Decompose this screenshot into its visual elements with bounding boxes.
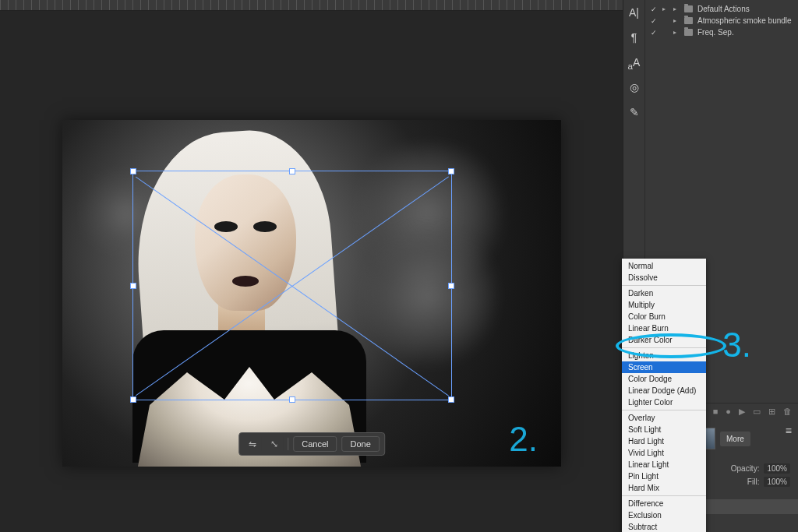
blend-mode-option[interactable]: Difference [622, 498, 706, 509]
play-icon[interactable]: ▶ [739, 407, 745, 417]
stop-icon[interactable]: ■ [713, 407, 719, 417]
record-icon[interactable]: ● [726, 407, 731, 417]
new-folder-icon[interactable]: ▭ [753, 407, 761, 417]
blend-mode-option[interactable]: Subtract [622, 521, 706, 532]
blend-mode-option[interactable]: Screen [622, 361, 706, 373]
blend-mode-option[interactable]: Linear Dodge (Add) [622, 385, 706, 396]
action-set-row[interactable]: ✓ ▸ Freq. Sep. [650, 26, 793, 38]
more-button[interactable]: More [720, 432, 750, 446]
trash-icon[interactable]: 🗑 [783, 407, 792, 417]
action-set-label: Atmospheric smoke bundle [697, 16, 792, 25]
canvas-area: 2. ⇋ ⤡ Cancel Done [0, 11, 623, 532]
flip-horizontal-icon[interactable]: ⇋ [244, 437, 261, 451]
type-panel-icon[interactable]: A| [627, 6, 641, 20]
blend-mode-option[interactable]: Hard Mix [622, 482, 706, 494]
expand-icon[interactable]: ▸ [673, 29, 680, 36]
blend-mode-option[interactable]: Color Dodge [622, 373, 706, 385]
blend-mode-option[interactable]: Lighten [622, 350, 706, 361]
blend-mode-option[interactable]: Exclusion [622, 509, 706, 521]
check-icon: ✓ [650, 29, 658, 37]
done-button[interactable]: Done [341, 436, 379, 452]
ruler-horizontal [0, 0, 623, 11]
action-set-label: Freq. Sep. [697, 28, 734, 37]
blend-mode-option[interactable]: Soft Light [622, 424, 706, 435]
document[interactable]: 2. ⇋ ⤡ Cancel Done [62, 120, 561, 467]
blend-mode-option[interactable]: Linear Burn [622, 322, 706, 334]
expand-icon[interactable]: ▸ [673, 5, 680, 12]
glyphs-panel-icon[interactable]: aA [627, 56, 641, 70]
blend-mode-option[interactable]: Vivid Light [622, 447, 706, 459]
action-set-row[interactable]: ✓ ▸ ▸ Default Actions [650, 3, 793, 15]
folder-icon [684, 5, 693, 12]
blend-mode-option[interactable]: Lighter Color [622, 396, 706, 408]
folder-icon [684, 17, 693, 24]
cancel-button[interactable]: Cancel [293, 436, 337, 452]
paragraph-panel-icon[interactable]: ¶ [627, 31, 641, 45]
blend-mode-option[interactable]: Overlay [622, 412, 706, 424]
blend-mode-option[interactable]: Darken [622, 287, 706, 299]
blend-mode-option[interactable]: Dissolve [622, 272, 706, 284]
cc-libraries-icon[interactable]: ◎ [627, 81, 641, 95]
blend-mode-dropdown[interactable]: NormalDissolveDarkenMultiplyColor BurnLi… [622, 259, 706, 532]
blend-mode-option[interactable]: Multiply [622, 299, 706, 311]
folder-icon [684, 29, 693, 36]
fill-label: Fill: [747, 477, 760, 486]
check-icon: ✓ [650, 17, 658, 25]
opacity-value[interactable]: 100% [764, 463, 790, 474]
expand-icon[interactable]: ▸ [673, 17, 680, 24]
transform-confirm-bar: ⇋ ⤡ Cancel Done [238, 432, 385, 456]
brush-panel-icon[interactable]: ✎ [627, 106, 641, 120]
blend-mode-option[interactable]: Normal [622, 260, 706, 272]
action-set-row[interactable]: ✓ ▸ Atmospheric smoke bundle [650, 15, 793, 26]
panel-menu-icon[interactable]: ≡ [786, 425, 792, 437]
opacity-label: Opacity: [731, 464, 760, 473]
blend-mode-option[interactable]: Linear Light [622, 459, 706, 470]
blend-mode-option[interactable]: Hard Light [622, 435, 706, 447]
action-set-label: Default Actions [697, 5, 750, 13]
check-icon: ✓ [650, 5, 658, 13]
expand-icon[interactable]: ▸ [662, 5, 669, 12]
flip-vertical-icon[interactable]: ⤡ [266, 437, 283, 451]
actions-panel: ✓ ▸ ▸ Default Actions ✓ ▸ Atmospheric sm… [645, 0, 798, 46]
blend-mode-option[interactable]: Pin Light [622, 470, 706, 482]
blend-mode-option[interactable]: Color Burn [622, 311, 706, 322]
blend-mode-option[interactable]: Darker Color [622, 334, 706, 346]
new-action-icon[interactable]: ⊞ [768, 407, 775, 417]
document-image [62, 120, 561, 467]
fill-value[interactable]: 100% [764, 477, 790, 487]
annotation-step-2: 2. [509, 420, 538, 459]
